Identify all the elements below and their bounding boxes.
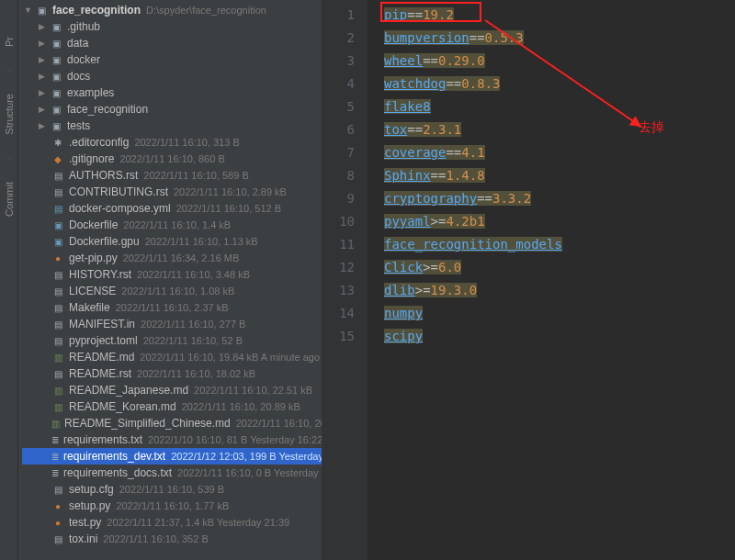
code-line[interactable]: pip==19.2 (384, 4, 735, 27)
package-name: tox (384, 122, 407, 137)
operator: == (407, 122, 423, 137)
commit-tool-label[interactable]: Commit (4, 182, 15, 217)
line-number: 11 (322, 233, 355, 256)
code-line[interactable]: pyyaml>=4.2b1 (384, 210, 735, 233)
file-row[interactable]: ▤pyproject.toml2022/1/11 16:10, 52 B (22, 332, 322, 349)
code-line[interactable]: tox==2.3.1 (384, 118, 735, 141)
file-meta: 2022/1/11 16:10, 1.08 kB (121, 286, 234, 297)
rst-icon: ▤ (51, 169, 64, 182)
file-row[interactable]: ▤setup.cfg2022/1/11 16:10, 539 B (22, 481, 322, 498)
file-row[interactable]: ●setup.py2022/1/11 16:10, 1.77 kB (22, 498, 322, 514)
file-icon: ▤ (51, 285, 64, 297)
line-number: 10 (322, 210, 355, 233)
file-meta: 2022/1/11 16:10, 22.51 kB (194, 385, 312, 396)
folder-row[interactable]: ▶▣docs (22, 68, 322, 84)
md-icon: ▥ (51, 351, 64, 364)
divider: ··· (5, 153, 12, 163)
line-number: 8 (322, 164, 355, 187)
file-row[interactable]: ◆.gitignore2022/1/11 16:10, 860 B (22, 151, 322, 167)
file-name: requirements_dev.txt (63, 450, 165, 463)
file-meta: 2022/1/11 16:10, 20.04 kB (236, 418, 322, 429)
editor[interactable]: 123456789101112131415 pip==19.2bumpversi… (322, 0, 735, 560)
package-name: numpy (384, 306, 423, 320)
file-icon: ▤ (51, 301, 64, 314)
file-meta: 2022/1/10 16:10, 81 B Yesterday 16:22 (148, 434, 322, 445)
file-row[interactable]: ▤MANIFEST.in2022/1/11 16:10, 277 B (22, 316, 322, 332)
version: 4.1 (461, 145, 484, 160)
code-line[interactable]: scipy (384, 325, 735, 348)
code-line[interactable]: dlib>=19.3.0 (384, 279, 735, 302)
file-icon: ▤ (51, 532, 64, 545)
line-number: 13 (322, 279, 355, 302)
code-area[interactable]: pip==19.2bumpversion==0.5.3wheel==0.29.0… (368, 0, 735, 560)
file-meta: 2022/1/11 16:34, 2.16 MB (123, 252, 240, 263)
file-meta: 2022/1/11 16:10, 1.13 kB (145, 236, 258, 247)
code-line[interactable]: numpy (384, 302, 735, 325)
folder-row[interactable]: ▶▣face_recognition (22, 101, 322, 118)
folder-name: .github (67, 20, 100, 33)
file-name: README.md (69, 351, 134, 364)
folder-name: tests (67, 119, 90, 132)
file-row[interactable]: ▥README.md2022/1/11 16:10, 19.84 kB A mi… (22, 349, 322, 365)
code-line[interactable]: Click>=6.0 (384, 256, 735, 279)
py-icon: ● (51, 252, 64, 264)
file-row[interactable]: ●get-pip.py2022/1/11 16:34, 2.16 MB (22, 250, 322, 266)
chevron-right-icon: ▶ (39, 22, 50, 31)
file-row[interactable]: ✱.editorconfig2022/1/11 16:10, 313 B (22, 134, 322, 151)
folder-row[interactable]: ▶▣examples (22, 84, 322, 101)
file-row[interactable]: ▥README_Simplified_Chinese.md2022/1/11 1… (22, 415, 322, 431)
file-row[interactable]: ▥README_Korean.md2022/1/11 16:10, 20.89 … (22, 398, 322, 415)
file-name: README_Korean.md (69, 400, 176, 413)
operator: >= (415, 283, 431, 297)
code-line[interactable]: coverage==4.1 (384, 141, 735, 164)
rst-icon: ▤ (51, 185, 64, 198)
package-name: face_recognition_models (384, 237, 562, 252)
file-row[interactable]: ≣requirements.txt2022/1/10 16:10, 81 B Y… (22, 431, 322, 448)
txt-icon: ≣ (51, 466, 59, 479)
structure-tool-label[interactable]: Structure (4, 94, 15, 135)
file-row[interactable]: ▣Dockerfile.gpu2022/1/11 16:10, 1.13 kB (22, 233, 322, 250)
folder-row[interactable]: ▶▣tests (22, 118, 322, 134)
version: 0.5.3 (485, 30, 524, 45)
code-line[interactable]: Sphinx==1.4.8 (384, 164, 735, 187)
file-row[interactable]: ▤Makefile2022/1/11 16:10, 2.37 kB (22, 299, 322, 316)
code-line[interactable]: watchdog==0.8.3 (384, 73, 735, 95)
code-line[interactable]: cryptography==3.3.2 (384, 187, 735, 210)
code-line[interactable]: bumpversion==0.5.3 (384, 27, 735, 50)
file-row[interactable]: ●test.py2022/1/11 21:37, 1.4 kB Yesterda… (22, 514, 322, 531)
file-meta: 2022/1/11 21:37, 1.4 kB Yesterday 21:39 (107, 517, 289, 528)
file-row[interactable]: ▤tox.ini2022/1/11 16:10, 352 B (22, 531, 322, 547)
version: 3.3.2 (492, 191, 531, 206)
folder-icon: ▣ (35, 4, 48, 17)
version: 4.2b1 (446, 214, 484, 229)
folder-name: examples (67, 86, 114, 99)
package-name: scipy (384, 329, 423, 343)
file-row[interactable]: ▣Dockerfile2022/1/11 16:10, 1.4 kB (22, 217, 322, 233)
file-row[interactable]: ▤AUTHORS.rst2022/1/11 16:10, 589 B (22, 167, 322, 184)
code-line[interactable]: wheel==0.29.0 (384, 50, 735, 73)
folder-row[interactable]: ▶▣data (22, 35, 322, 51)
folder-row[interactable]: ▶▣docker (22, 51, 322, 68)
folder-row[interactable]: ▶▣.github (22, 18, 322, 35)
operator: == (407, 7, 423, 22)
file-row[interactable]: ▤README.rst2022/1/11 16:10, 18.02 kB (22, 365, 322, 382)
package-name: Click (384, 260, 423, 274)
file-row[interactable]: ▤CONTRIBUTING.rst2022/1/11 16:10, 2.89 k… (22, 184, 322, 200)
file-row[interactable]: ≣requirements_docs.txt2022/1/11 16:10, 0… (22, 465, 322, 481)
file-row[interactable]: ▤HISTORY.rst2022/1/11 16:10, 3.48 kB (22, 266, 322, 283)
file-row[interactable]: ▤docker-compose.yml2022/1/11 16:10, 512 … (22, 200, 322, 217)
file-row[interactable]: ▥README_Japanese.md2022/1/11 16:10, 22.5… (22, 382, 322, 398)
code-line[interactable]: face_recognition_models (384, 233, 735, 256)
file-row[interactable]: ▤LICENSE2022/1/11 16:10, 1.08 kB (22, 283, 322, 299)
file-meta: 2022/1/11 16:10, 18.02 kB (137, 368, 255, 379)
txt-icon: ≣ (51, 450, 59, 463)
project-root[interactable]: ▼ ▣ face_recognition D:\spyder\face_reco… (22, 2, 322, 18)
file-row[interactable]: ≣requirements_dev.txt2022/1/12 12:03, 19… (22, 448, 322, 465)
file-name: README.rst (69, 367, 131, 380)
code-line[interactable]: flake8 (384, 95, 735, 118)
project-tool-label[interactable]: Pr (4, 37, 15, 47)
version: 1.4.8 (446, 168, 484, 183)
folder-name: face_recognition (67, 103, 148, 116)
line-number: 9 (322, 187, 355, 210)
rst-icon: ▤ (51, 367, 64, 380)
